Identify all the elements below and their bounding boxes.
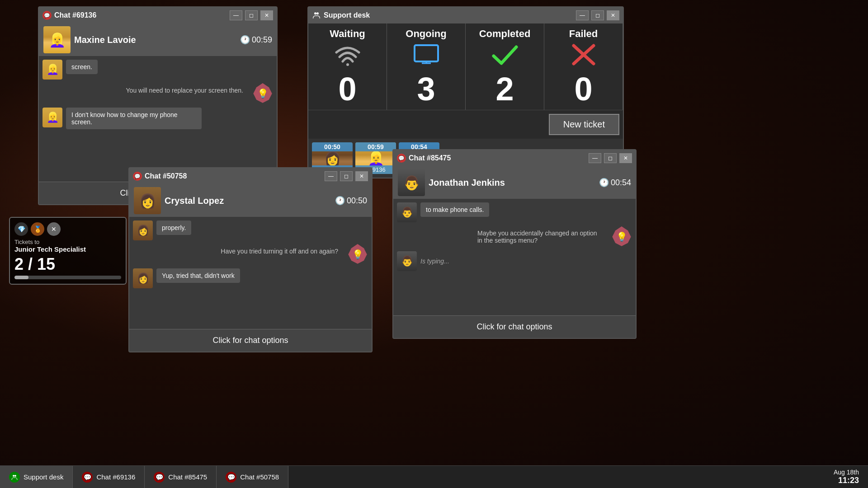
- chat-50758-minimize[interactable]: —: [325, 171, 337, 181]
- taskbar-icon-support: [9, 472, 20, 483]
- timer-icon: 🕐: [599, 178, 609, 188]
- chat-69136-header: 👱‍♀️ Maxine Lavoie 🕐 00:59: [39, 23, 277, 56]
- chat-85475-title: Chat #85475: [409, 154, 586, 162]
- wifi-icon: [334, 43, 361, 71]
- stat-ongoing: Ongoing 3: [387, 23, 466, 110]
- new-ticket-row: New ticket: [308, 110, 623, 139]
- ongoing-label: Ongoing: [406, 28, 446, 40]
- taskbar-chat-85475-label: Chat #85475: [168, 473, 207, 481]
- progress-bar: [14, 276, 121, 279]
- new-ticket-button[interactable]: New ticket: [549, 114, 619, 135]
- taskbar-chat-69136-label: Chat #69136: [96, 473, 135, 481]
- chat-85475-restore[interactable]: ◻: [604, 153, 617, 163]
- svg-point-6: [13, 475, 14, 477]
- checkmark-icon: [491, 43, 519, 71]
- support-desk-icon: [312, 11, 321, 20]
- lightbulb-icon: 💡: [252, 83, 273, 104]
- agent-timer-69136: 00:59: [355, 142, 396, 151]
- svg-point-7: [14, 475, 16, 477]
- chat-85475-close[interactable]: ✕: [619, 153, 632, 163]
- chat-69136-restore[interactable]: ◻: [245, 10, 258, 20]
- chat-69136-title: Chat #69136: [54, 11, 227, 19]
- completed-value: 2: [495, 73, 514, 105]
- msg-bubble: Yup, tried that, didn't work: [156, 268, 240, 283]
- taskbar-icon-chat-69136: 💬: [82, 472, 93, 483]
- taskbar-icon-chat-85475: 💬: [154, 472, 165, 483]
- chat-50758-footer[interactable]: Click for chat options: [129, 329, 372, 352]
- chat-50758-avatar: 👩: [134, 187, 161, 214]
- msg-avatar: 👱‍♀️: [42, 60, 62, 80]
- waiting-label: Waiting: [330, 28, 365, 40]
- gem-button[interactable]: 💎: [14, 222, 28, 236]
- msg-avatar: 👱‍♀️: [42, 108, 62, 127]
- taskbar-chat-50758-label: Chat #50758: [240, 473, 279, 481]
- chat-69136-minimize[interactable]: —: [230, 10, 242, 20]
- chat-69136-timer-value: 00:59: [252, 35, 272, 45]
- chat-50758-restore[interactable]: ◻: [340, 171, 353, 181]
- taskbar: Support desk 💬 Chat #69136 💬 Chat #85475…: [0, 465, 868, 488]
- close-button[interactable]: ✕: [607, 10, 619, 20]
- taskbar-chat-69136[interactable]: 💬 Chat #69136: [73, 466, 145, 488]
- badge-button[interactable]: 🏅: [31, 222, 44, 236]
- svg-point-1: [316, 12, 319, 14]
- progress-fill: [14, 276, 28, 279]
- msg-bubble-agent: Have you tried turning it off and on aga…: [215, 244, 344, 258]
- chat-85475-name: Jonathan Jenkins: [429, 178, 595, 188]
- failed-value: 0: [574, 73, 592, 105]
- taskbar-chat-85475[interactable]: 💬 Chat #85475: [145, 466, 217, 488]
- ticket-progress: 2 / 15: [14, 255, 121, 274]
- message-row: 👩 properly.: [133, 221, 368, 240]
- svg-rect-3: [415, 45, 438, 61]
- agent-timer-50758: 00:50: [312, 142, 353, 151]
- msg-bubble-agent: Maybe you accidentally changed an option…: [472, 226, 608, 248]
- taskbar-icon-chat-50758: 💬: [226, 472, 236, 483]
- chat-50758-title: Chat #50758: [145, 172, 322, 180]
- chat-85475-minimize[interactable]: —: [589, 153, 601, 163]
- stats-row: Waiting 0 Ongoing 3: [308, 23, 623, 110]
- message-row: 👩 Yup, tried that, didn't work: [133, 268, 368, 288]
- message-row: 👨 Is typing...: [397, 251, 632, 271]
- msg-bubble-agent: You will need to replace your screen the…: [121, 83, 249, 98]
- message-row: 👱‍♀️ screen.: [42, 60, 273, 80]
- message-row: Have you tried turning it off and on aga…: [133, 244, 368, 265]
- chat-50758-timer-value: 00:50: [347, 196, 367, 206]
- message-row: 👱‍♀️ I don't know how to change my phone…: [42, 108, 273, 129]
- support-desk-title: Support desk: [324, 11, 573, 19]
- msg-avatar: 👨: [397, 202, 417, 222]
- stat-completed: Completed 2: [466, 23, 544, 110]
- chat-50758-messages: 👩 properly. Have you tried turning it of…: [129, 217, 372, 329]
- taskbar-chat-50758[interactable]: 💬 Chat #50758: [217, 466, 288, 488]
- completed-label: Completed: [479, 28, 531, 40]
- chat-50758-window: 💬 Chat #50758 — ◻ ✕ 👩 Crystal Lopez 🕐 00…: [128, 167, 373, 352]
- monitor-icon: [413, 43, 440, 71]
- timer-icon: 🕐: [335, 196, 345, 206]
- clock-date: Aug 18th: [834, 469, 859, 476]
- clock-time: 11:23: [834, 476, 859, 485]
- lightbulb-icon: 💡: [347, 244, 368, 265]
- chat-50758-titlebar: 💬 Chat #50758 — ◻ ✕: [129, 168, 372, 184]
- chat-icon: 💬: [133, 172, 142, 181]
- chat-69136-name: Maxine Lavoie: [74, 35, 236, 45]
- chat-69136-close[interactable]: ✕: [260, 10, 273, 20]
- restore-button[interactable]: ◻: [591, 10, 604, 20]
- chat-50758-close[interactable]: ✕: [355, 171, 368, 181]
- chat-85475-header: 👨 Jonathan Jenkins 🕐 00:54: [393, 166, 636, 199]
- minimize-button[interactable]: —: [576, 10, 589, 20]
- msg-avatar: 👩: [133, 221, 153, 240]
- chat-85475-titlebar: 💬 Chat #85475 — ◻ ✕: [393, 150, 636, 166]
- chat-50758-name: Crystal Lopez: [165, 196, 331, 206]
- failed-label: Failed: [569, 28, 598, 40]
- stat-failed: Failed 0: [544, 23, 623, 110]
- stat-waiting: Waiting 0: [308, 23, 387, 110]
- msg-bubble: to make phone calls.: [420, 202, 489, 217]
- taskbar-support-desk[interactable]: Support desk: [0, 466, 73, 488]
- ticket-role: Junior Tech Specialist: [14, 245, 121, 253]
- message-row: You will need to replace your screen the…: [42, 83, 273, 104]
- close-widget-button[interactable]: ✕: [47, 222, 61, 236]
- chat-85475-messages: 👨 to make phone calls. Maybe you acciden…: [393, 199, 636, 315]
- chat-85475-footer[interactable]: Click for chat options: [393, 315, 636, 338]
- message-row: Maybe you accidentally changed an option…: [397, 226, 632, 248]
- typing-indicator: Is typing...: [420, 258, 449, 265]
- xmark-icon: [570, 43, 597, 71]
- support-desk-titlebar: Support desk — ◻ ✕: [308, 7, 623, 23]
